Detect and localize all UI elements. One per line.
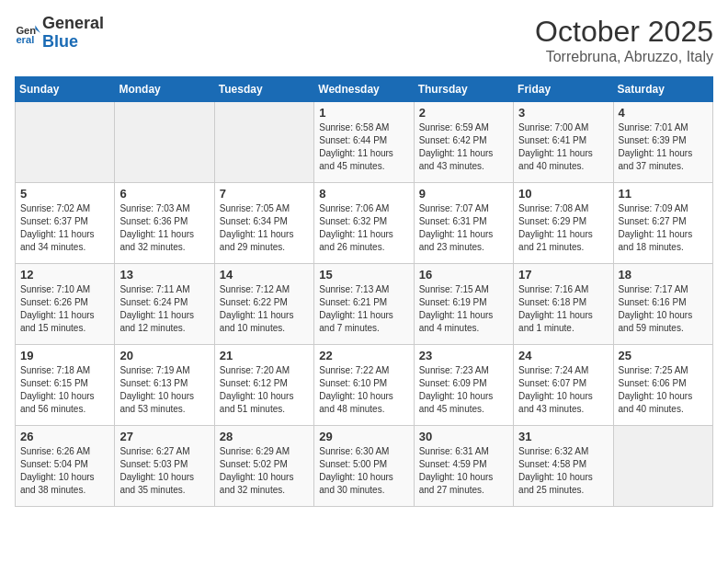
day-number: 3 xyxy=(518,106,608,120)
day-info: Sunrise: 6:32 AM Sunset: 4:58 PM Dayligh… xyxy=(518,445,608,497)
day-number: 10 xyxy=(518,187,608,201)
day-number: 12 xyxy=(20,268,109,282)
day-number: 30 xyxy=(419,430,508,443)
calendar-day-cell: 17Sunrise: 7:16 AM Sunset: 6:18 PM Dayli… xyxy=(514,264,613,345)
calendar-day-cell: 7Sunrise: 7:05 AM Sunset: 6:34 PM Daylig… xyxy=(214,183,313,264)
day-info: Sunrise: 6:27 AM Sunset: 5:03 PM Dayligh… xyxy=(119,445,209,497)
day-info: Sunrise: 7:22 AM Sunset: 6:10 PM Dayligh… xyxy=(319,364,408,416)
calendar-day-cell: 20Sunrise: 7:19 AM Sunset: 6:13 PM Dayli… xyxy=(115,345,214,426)
day-info: Sunrise: 7:01 AM Sunset: 6:39 PM Dayligh… xyxy=(619,121,708,173)
calendar-day-cell: 9Sunrise: 7:07 AM Sunset: 6:31 PM Daylig… xyxy=(414,183,513,264)
day-info: Sunrise: 7:02 AM Sunset: 6:37 PM Dayligh… xyxy=(20,202,109,254)
day-number: 17 xyxy=(518,268,608,282)
weekday-header-cell: Monday xyxy=(115,77,214,102)
day-number: 21 xyxy=(220,349,309,362)
day-info: Sunrise: 7:05 AM Sunset: 6:34 PM Dayligh… xyxy=(220,202,309,254)
calendar-day-cell: 4Sunrise: 7:01 AM Sunset: 6:39 PM Daylig… xyxy=(613,102,712,183)
calendar-day-cell: 5Sunrise: 7:02 AM Sunset: 6:37 PM Daylig… xyxy=(16,183,115,264)
calendar-week-row: 1Sunrise: 6:58 AM Sunset: 6:44 PM Daylig… xyxy=(16,102,713,183)
day-number: 7 xyxy=(220,187,309,201)
weekday-header-cell: Sunday xyxy=(16,77,115,102)
day-number: 22 xyxy=(319,349,408,362)
calendar-day-cell: 29Sunrise: 6:30 AM Sunset: 5:00 PM Dayli… xyxy=(314,426,414,507)
day-info: Sunrise: 7:23 AM Sunset: 6:09 PM Dayligh… xyxy=(419,364,508,416)
day-info: Sunrise: 7:17 AM Sunset: 6:16 PM Dayligh… xyxy=(619,283,708,335)
day-number: 13 xyxy=(119,268,209,282)
day-number: 15 xyxy=(319,268,408,282)
calendar-day-cell: 16Sunrise: 7:15 AM Sunset: 6:19 PM Dayli… xyxy=(414,264,513,345)
day-number: 8 xyxy=(319,187,408,201)
calendar-day-cell: 23Sunrise: 7:23 AM Sunset: 6:09 PM Dayli… xyxy=(414,345,513,426)
calendar-day-cell: 25Sunrise: 7:25 AM Sunset: 6:06 PM Dayli… xyxy=(613,345,712,426)
day-info: Sunrise: 7:18 AM Sunset: 6:15 PM Dayligh… xyxy=(20,364,109,416)
calendar-day-cell xyxy=(16,102,115,183)
calendar-day-cell xyxy=(115,102,214,183)
calendar-day-cell: 30Sunrise: 6:31 AM Sunset: 4:59 PM Dayli… xyxy=(414,426,513,507)
calendar-day-cell: 2Sunrise: 6:59 AM Sunset: 6:42 PM Daylig… xyxy=(414,102,513,183)
day-number: 16 xyxy=(419,268,508,282)
calendar-day-cell: 14Sunrise: 7:12 AM Sunset: 6:22 PM Dayli… xyxy=(214,264,313,345)
day-number: 24 xyxy=(518,349,608,362)
weekday-header-cell: Friday xyxy=(514,77,613,102)
weekday-header-row: SundayMondayTuesdayWednesdayThursdayFrid… xyxy=(16,77,713,102)
day-number: 5 xyxy=(20,187,109,201)
day-number: 2 xyxy=(419,106,508,120)
calendar-week-row: 26Sunrise: 6:26 AM Sunset: 5:04 PM Dayli… xyxy=(16,426,713,507)
month-title: October 2025 xyxy=(535,15,713,49)
calendar-week-row: 12Sunrise: 7:10 AM Sunset: 6:26 PM Dayli… xyxy=(16,264,713,345)
calendar-week-row: 19Sunrise: 7:18 AM Sunset: 6:15 PM Dayli… xyxy=(16,345,713,426)
calendar-day-cell: 22Sunrise: 7:22 AM Sunset: 6:10 PM Dayli… xyxy=(314,345,414,426)
day-info: Sunrise: 7:10 AM Sunset: 6:26 PM Dayligh… xyxy=(20,283,109,335)
calendar-day-cell: 13Sunrise: 7:11 AM Sunset: 6:24 PM Dayli… xyxy=(115,264,214,345)
day-number: 9 xyxy=(419,187,508,201)
day-number: 29 xyxy=(319,430,408,443)
page-header: Gen eral General Blue October 2025 Torre… xyxy=(15,15,713,65)
day-number: 25 xyxy=(619,349,708,362)
day-info: Sunrise: 7:12 AM Sunset: 6:22 PM Dayligh… xyxy=(220,283,309,335)
calendar-day-cell: 27Sunrise: 6:27 AM Sunset: 5:03 PM Dayli… xyxy=(115,426,214,507)
day-info: Sunrise: 6:29 AM Sunset: 5:02 PM Dayligh… xyxy=(220,445,309,497)
logo-icon: Gen eral xyxy=(15,20,40,46)
calendar-table: SundayMondayTuesdayWednesdayThursdayFrid… xyxy=(15,76,713,507)
location-title: Torrebruna, Abruzzo, Italy xyxy=(535,49,713,65)
calendar-day-cell: 10Sunrise: 7:08 AM Sunset: 6:29 PM Dayli… xyxy=(514,183,613,264)
title-block: October 2025 Torrebruna, Abruzzo, Italy xyxy=(535,15,713,65)
day-number: 26 xyxy=(20,430,109,443)
calendar-day-cell: 11Sunrise: 7:09 AM Sunset: 6:27 PM Dayli… xyxy=(613,183,712,264)
calendar-day-cell: 18Sunrise: 7:17 AM Sunset: 6:16 PM Dayli… xyxy=(613,264,712,345)
logo: Gen eral General Blue xyxy=(15,15,104,52)
day-number: 11 xyxy=(619,187,708,201)
day-info: Sunrise: 7:06 AM Sunset: 6:32 PM Dayligh… xyxy=(319,202,408,254)
calendar-day-cell: 8Sunrise: 7:06 AM Sunset: 6:32 PM Daylig… xyxy=(314,183,414,264)
calendar-day-cell: 3Sunrise: 7:00 AM Sunset: 6:41 PM Daylig… xyxy=(514,102,613,183)
calendar-day-cell: 12Sunrise: 7:10 AM Sunset: 6:26 PM Dayli… xyxy=(16,264,115,345)
calendar-day-cell: 19Sunrise: 7:18 AM Sunset: 6:15 PM Dayli… xyxy=(16,345,115,426)
day-number: 20 xyxy=(119,349,209,362)
day-info: Sunrise: 7:20 AM Sunset: 6:12 PM Dayligh… xyxy=(220,364,309,416)
day-info: Sunrise: 7:13 AM Sunset: 6:21 PM Dayligh… xyxy=(319,283,408,335)
day-number: 31 xyxy=(518,430,608,443)
weekday-header-cell: Saturday xyxy=(613,77,712,102)
calendar-day-cell: 26Sunrise: 6:26 AM Sunset: 5:04 PM Dayli… xyxy=(16,426,115,507)
calendar-day-cell: 24Sunrise: 7:24 AM Sunset: 6:07 PM Dayli… xyxy=(514,345,613,426)
logo-line2: Blue xyxy=(42,32,78,51)
day-info: Sunrise: 7:16 AM Sunset: 6:18 PM Dayligh… xyxy=(518,283,608,335)
day-number: 4 xyxy=(619,106,708,120)
day-info: Sunrise: 7:08 AM Sunset: 6:29 PM Dayligh… xyxy=(518,202,608,254)
calendar-day-cell: 1Sunrise: 6:58 AM Sunset: 6:44 PM Daylig… xyxy=(314,102,414,183)
day-info: Sunrise: 7:25 AM Sunset: 6:06 PM Dayligh… xyxy=(619,364,708,416)
day-number: 27 xyxy=(119,430,209,443)
day-info: Sunrise: 7:03 AM Sunset: 6:36 PM Dayligh… xyxy=(119,202,209,254)
day-info: Sunrise: 7:00 AM Sunset: 6:41 PM Dayligh… xyxy=(518,121,608,173)
weekday-header-cell: Tuesday xyxy=(214,77,313,102)
day-info: Sunrise: 6:31 AM Sunset: 4:59 PM Dayligh… xyxy=(419,445,508,497)
day-number: 28 xyxy=(220,430,309,443)
calendar-day-cell: 31Sunrise: 6:32 AM Sunset: 4:58 PM Dayli… xyxy=(514,426,613,507)
day-info: Sunrise: 7:15 AM Sunset: 6:19 PM Dayligh… xyxy=(419,283,508,335)
calendar-day-cell xyxy=(613,426,712,507)
weekday-header-cell: Thursday xyxy=(414,77,513,102)
calendar-day-cell: 28Sunrise: 6:29 AM Sunset: 5:02 PM Dayli… xyxy=(214,426,313,507)
day-number: 6 xyxy=(119,187,209,201)
calendar-day-cell xyxy=(214,102,313,183)
svg-text:eral: eral xyxy=(16,34,34,45)
